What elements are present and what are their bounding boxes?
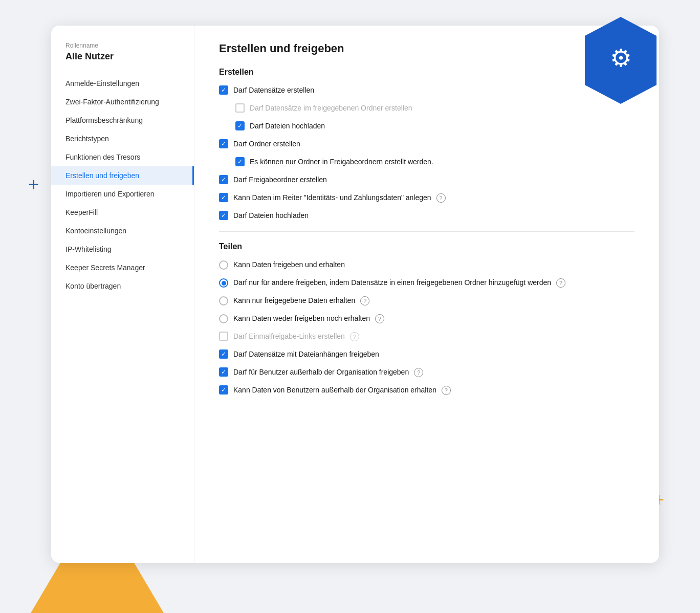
shared-folder-records-label: Darf Datensätze im freigegebenen Ordner … [250, 103, 412, 114]
option-identity-payment: ✓ Kann Daten im Reiter "Identitäts- und … [219, 192, 635, 203]
upload-files-main-label: Darf Dateien hochladen [233, 210, 309, 221]
upload-files-sub-label: Darf Dateien hochladen [250, 121, 325, 132]
svg-text:⚙: ⚙ [610, 45, 632, 72]
checkbox-create-folders[interactable]: ✓ [219, 139, 228, 148]
sidebar-item-berichtstypen[interactable]: Berichtstypen [51, 129, 194, 148]
receive-only-help-icon[interactable]: ? [360, 296, 369, 305]
checkbox-identity-payment[interactable]: ✓ [219, 193, 228, 202]
neither-help-icon[interactable]: ? [375, 314, 384, 323]
content-title: Erstellen und freigeben [219, 42, 635, 55]
radio-inner-share-only-add [222, 281, 226, 286]
option-one-time-links: Darf Einmalfreigabe-Links erstellen ? [219, 331, 635, 342]
option-receive-only: Kann nur freigegebene Daten erhalten ? [219, 295, 635, 306]
sidebar-item-keeperfill[interactable]: KeeperFill [51, 203, 194, 222]
role-name: Alle Nutzer [51, 51, 194, 62]
sidebar-item-keeper-secrets[interactable]: Keeper Secrets Manager [51, 258, 194, 277]
checkbox-create-shared-folders[interactable]: ✓ [219, 175, 228, 184]
option-share-receive: Kann Daten freigeben und erhalten [219, 259, 635, 270]
sidebar-item-tresors[interactable]: Funktionen des Tresors [51, 148, 194, 166]
identity-payment-help-icon[interactable]: ? [436, 193, 446, 203]
option-create-folders: ✓ Darf Ordner erstellen [219, 139, 635, 149]
sidebar-item-anmelde[interactable]: Anmelde-Einstellungen [51, 74, 194, 93]
one-time-links-help-icon[interactable]: ? [350, 332, 359, 341]
radio-receive-only[interactable] [219, 296, 228, 305]
main-card: Rollenname Alle Nutzer Anmelde-Einstellu… [51, 26, 659, 563]
section-teilen-title: Teilen [219, 242, 635, 251]
share-only-add-label: Darf nur für andere freigeben, indem Dat… [233, 277, 551, 288]
identity-payment-label: Kann Daten im Reiter "Identitäts- und Za… [233, 192, 431, 203]
share-receive-label: Kann Daten freigeben und erhalten [233, 259, 345, 270]
share-attachments-label: Darf Datensätze mit Dateianhängen freige… [233, 349, 379, 360]
one-time-links-label: Darf Einmalfreigabe-Links erstellen [233, 331, 345, 342]
share-external-help-icon[interactable]: ? [414, 368, 423, 377]
neither-label: Kann Daten weder freigeben noch erhalten [233, 313, 370, 324]
option-share-external: ✓ Darf für Benutzer außerhalb der Organi… [219, 367, 635, 378]
radio-neither[interactable] [219, 314, 228, 323]
option-create-records: ✓ Darf Datensätze erstellen [219, 85, 635, 96]
checkbox-only-shared-folders[interactable]: ✓ [235, 157, 245, 166]
option-share-attachments: ✓ Darf Datensätze mit Dateianhängen frei… [219, 349, 635, 360]
share-only-add-help-icon[interactable]: ? [556, 278, 565, 288]
sidebar-item-kontoeinstellungen[interactable]: Kontoeinstellungen [51, 222, 194, 240]
option-neither: Kann Daten weder freigeben noch erhalten… [219, 313, 635, 324]
sidebar-item-importieren[interactable]: Importieren und Exportieren [51, 185, 194, 203]
option-only-shared-folders: ✓ Es können nur Ordner in Freigabeordner… [235, 157, 635, 167]
only-shared-folders-label: Es können nur Ordner in Freigabeordnern … [250, 157, 433, 167]
checkbox-receive-external[interactable]: ✓ [219, 385, 228, 395]
checkbox-shared-folder-records[interactable] [235, 103, 245, 113]
receive-external-label: Kann Daten von Benutzern außerhalb der O… [233, 385, 436, 396]
checkbox-upload-files-main[interactable]: ✓ [219, 211, 228, 220]
receive-external-help-icon[interactable]: ? [442, 386, 451, 395]
section-divider [219, 231, 635, 232]
hex-icon-container: ⚙ [580, 14, 662, 108]
plus-blue-icon: + [28, 174, 39, 195]
option-create-shared-folders: ✓ Darf Freigabeordner erstellen [219, 174, 635, 185]
checkbox-create-records[interactable]: ✓ [219, 85, 228, 95]
sidebar: Rollenname Alle Nutzer Anmelde-Einstellu… [51, 26, 194, 563]
checkbox-share-attachments[interactable]: ✓ [219, 349, 228, 359]
option-upload-files-main: ✓ Darf Dateien hochladen [219, 210, 635, 221]
checkbox-one-time-links[interactable] [219, 332, 228, 341]
option-upload-files-sub: ✓ Darf Dateien hochladen [235, 121, 635, 132]
checkbox-upload-files-sub[interactable]: ✓ [235, 121, 245, 130]
option-shared-folder-records: Darf Datensätze im freigegebenen Ordner … [235, 103, 635, 114]
radio-share-receive[interactable] [219, 260, 228, 270]
create-folders-label: Darf Ordner erstellen [233, 139, 300, 149]
sidebar-item-plattform[interactable]: Plattformsbeschränkung [51, 111, 194, 129]
create-records-label: Darf Datensätze erstellen [233, 85, 314, 96]
sidebar-item-erstellen[interactable]: Erstellen und freigeben [51, 166, 194, 185]
receive-only-label: Kann nur freigegebene Daten erhalten [233, 295, 355, 306]
section-erstellen-title: Erstellen [219, 68, 635, 77]
sidebar-item-konto-uebertragen[interactable]: Konto übertragen [51, 277, 194, 295]
option-share-only-add: Darf nur für andere freigeben, indem Dat… [219, 277, 635, 288]
checkbox-share-external[interactable]: ✓ [219, 367, 228, 377]
radio-share-only-add[interactable] [219, 278, 228, 288]
create-shared-folders-label: Darf Freigabeordner erstellen [233, 174, 327, 185]
share-external-label: Darf für Benutzer außerhalb der Organisa… [233, 367, 409, 378]
role-label: Rollenname [51, 42, 194, 49]
option-receive-external: ✓ Kann Daten von Benutzern außerhalb der… [219, 385, 635, 396]
sidebar-item-zwei-faktor[interactable]: Zwei-Faktor-Authentifizierung [51, 93, 194, 111]
sidebar-item-ip-whitelisting[interactable]: IP-Whitelisting [51, 240, 194, 258]
